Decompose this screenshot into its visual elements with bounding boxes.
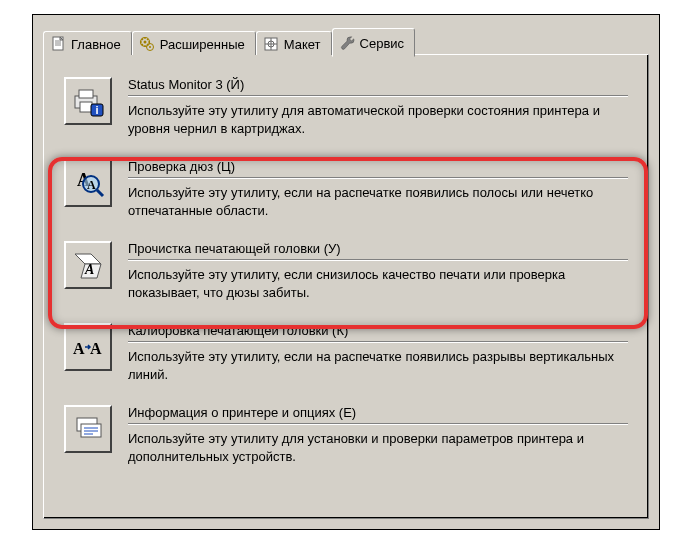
document-icon [50,36,66,52]
svg-point-5 [143,41,146,44]
status-monitor-button[interactable]: i [64,77,112,125]
svg-point-7 [149,46,151,48]
svg-text:A: A [90,340,102,357]
head-cleaning-title: Прочистка печатающей головки (У) [128,241,628,260]
magnify-letter-icon: AA [71,166,105,200]
svg-rect-13 [79,90,93,98]
head-cleaning-desc: Используйте эту утилиту, если снизилось … [128,266,628,301]
tab-bar: Главное Расширенные Макет Сервис [43,27,415,55]
tab-layout[interactable]: Макет [256,31,332,55]
settings-panel: Главное Расширенные Макет Сервис i Statu… [32,14,660,530]
layout-icon [263,36,279,52]
printer-info-button[interactable] [64,405,112,453]
svg-line-19 [97,190,103,196]
svg-text:A: A [73,340,85,357]
svg-text:A: A [87,178,96,192]
tab-advanced-label: Расширенные [160,37,245,52]
head-alignment-title: Калибровка печатающей головки (К) [128,323,628,342]
wrench-icon [339,35,355,51]
tab-advanced[interactable]: Расширенные [132,31,256,55]
clean-letter-icon: A [71,248,105,282]
utility-list: i Status Monitor 3 (Й) Используйте эту у… [62,73,630,475]
tab-main[interactable]: Главное [43,31,132,55]
nozzle-check-desc: Используйте эту утилиту, если на распеча… [128,184,628,219]
svg-text:i: i [95,104,98,116]
printer-info-icon: i [71,84,105,118]
utility-nozzle-check: AA Проверка дюз (Ц) Используйте эту утил… [62,155,630,229]
tab-page-service: i Status Monitor 3 (Й) Используйте эту у… [43,54,649,519]
printer-info-title: Информация о принтере и опциях (Е) [128,405,628,424]
utility-head-alignment: AA Калибровка печатающей головки (К) Исп… [62,319,630,393]
head-alignment-button[interactable]: AA [64,323,112,371]
align-letter-icon: AA [71,330,105,364]
gears-icon [139,36,155,52]
nozzle-check-title: Проверка дюз (Ц) [128,159,628,178]
head-alignment-desc: Используйте эту утилиту, если на распеча… [128,348,628,383]
tab-layout-label: Макет [284,37,321,52]
tab-service[interactable]: Сервис [332,28,416,57]
status-monitor-desc: Используйте эту утилиту для автоматическ… [128,102,628,137]
tab-service-label: Сервис [360,36,405,51]
svg-text:A: A [84,262,94,277]
utility-status-monitor: i Status Monitor 3 (Й) Используйте эту у… [62,73,630,147]
printer-info-desc: Используйте эту утилиту для установки и … [128,430,628,465]
nozzle-check-button[interactable]: AA [64,159,112,207]
utility-printer-info: Информация о принтере и опциях (Е) Испол… [62,401,630,475]
status-monitor-title: Status Monitor 3 (Й) [128,77,628,96]
svg-rect-14 [80,102,92,112]
utility-head-cleaning: A Прочистка печатающей головки (У) Испол… [62,237,630,311]
tab-main-label: Главное [71,37,121,52]
head-cleaning-button[interactable]: A [64,241,112,289]
info-cards-icon [71,412,105,446]
